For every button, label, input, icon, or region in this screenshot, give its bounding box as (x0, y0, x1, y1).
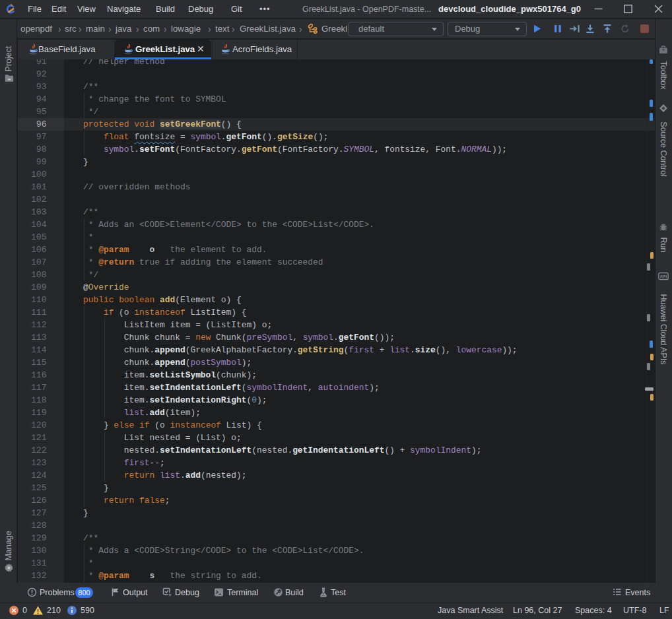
svg-text:API: API (660, 274, 667, 278)
